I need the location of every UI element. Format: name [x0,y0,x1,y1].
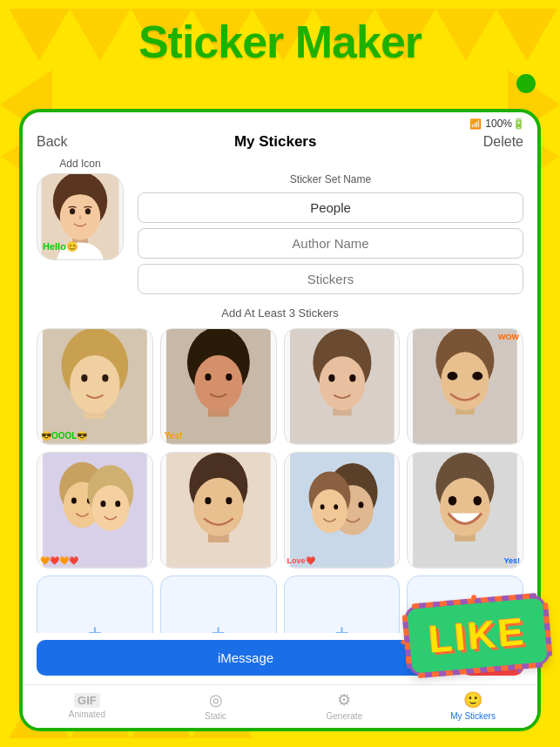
add-icon-label: Add Icon [59,158,100,170]
static-icon: ◎ [209,690,223,710]
sticker-1-text: 😎OOOL😎 [41,431,87,441]
tab-static-label: Static [205,711,226,721]
sticker-set-label: Sticker Set Name [138,173,523,185]
svg-point-28 [102,374,108,381]
tab-mystickers-label: My Stickers [450,711,496,721]
svg-point-54 [100,501,105,507]
sticker-cell-3[interactable] [284,328,401,445]
add-sticker-icon-10: + [211,621,225,633]
delete-button[interactable]: Delete [483,134,523,150]
svg-point-26 [70,355,119,414]
sticker-5-text: 🧡❤️🧡❤️ [40,556,78,565]
tab-static[interactable]: ◎ Static [152,690,280,721]
svg-point-61 [226,497,232,504]
sticker-cell-1[interactable]: 😎OOOL😎 [37,328,153,445]
sticker-cell-11[interactable]: + [284,575,401,634]
tab-generate-label: Generate [327,711,363,721]
generate-icon: ⚙ [337,690,351,710]
svg-point-68 [312,489,347,533]
svg-point-45 [448,372,458,380]
svg-point-66 [358,501,363,508]
author-name-input[interactable] [138,228,523,259]
content-area: Add Icon [23,158,537,633]
add-sticker-icon-11: + [334,621,348,633]
sticker-4-text: WOW [498,333,519,341]
svg-point-50 [71,497,77,503]
green-circle-decoration [516,74,536,93]
sticker-7-text: Love❤️ [287,556,315,565]
app-title: Sticker Maker [0,16,560,68]
svg-point-40 [349,374,355,381]
icon-preview[interactable]: Hello😊 [37,173,124,260]
like-decoration: LIKE [404,595,551,676]
tab-animated-label: Animated [69,710,105,719]
nav-bar: Back My Stickers Delete [23,131,537,158]
svg-point-27 [81,374,87,381]
svg-point-74 [440,477,489,535]
mystickers-icon: 🙂 [463,690,482,710]
svg-point-34 [226,374,232,380]
svg-point-75 [449,495,457,505]
svg-point-59 [193,477,243,535]
svg-point-21 [70,208,75,214]
sticker-cell-5[interactable]: 🧡❤️🧡❤️ [37,452,153,569]
status-bar: 📶 100% 🔋 [23,112,537,131]
sticker-cell-7[interactable]: Love❤️ [284,452,401,569]
sticker-name-input[interactable]: People [138,192,523,223]
svg-point-70 [334,504,338,509]
sticker-cell-8[interactable]: Yes! [407,452,523,569]
tab-bar: GIF Animated ◎ Static ⚙ Generate 🙂 My St… [23,684,537,728]
sticker-set-section: Sticker Set Name People [138,158,523,294]
stickers-grid-row1: 😎OOOL😎 Yes! [37,328,523,445]
svg-point-44 [442,352,489,410]
wifi-icon: 📶 [469,118,482,130]
sticker-8-text: Yes! [503,556,520,565]
like-text: LIKE [427,609,528,662]
imessage-button[interactable]: iMessage [37,640,455,676]
top-section: Add Icon [37,158,523,294]
add-icon-section: Add Icon [37,158,124,260]
nav-title: My Stickers [234,133,317,151]
stickers-grid-row2: 🧡❤️🧡❤️ [37,452,523,569]
svg-point-53 [91,485,129,531]
svg-point-76 [474,495,482,505]
sticker-cell-10[interactable]: + [160,575,277,634]
sticker-cell-4[interactable]: WOW [407,328,523,445]
icon-overlay-text: Hello😊 [43,241,78,252]
add-sticker-icon-9: + [88,621,102,633]
gif-icon: GIF [74,693,100,708]
svg-point-69 [320,504,324,509]
svg-point-33 [205,374,211,380]
tab-mystickers[interactable]: 🙂 My Stickers [408,690,537,721]
svg-point-60 [205,497,211,504]
sticker-2-text: Yes! [165,431,183,441]
svg-point-39 [328,374,334,381]
back-button[interactable]: Back [37,134,68,150]
grid-label: Add At Least 3 Stickers [37,306,523,320]
svg-point-32 [194,355,242,412]
battery-icon: 🔋 [512,118,525,130]
sticker-cell-6[interactable] [160,452,277,569]
sticker-cell-2[interactable]: Yes! [160,328,277,445]
svg-point-55 [115,501,120,507]
tab-generate[interactable]: ⚙ Generate [280,690,409,721]
stickers-input[interactable] [138,264,523,294]
tab-animated[interactable]: GIF Animated [23,693,152,719]
svg-point-22 [85,208,91,214]
sticker-cell-9[interactable]: + [37,575,153,634]
svg-point-38 [319,356,365,410]
battery-text: 100% [485,118,512,130]
svg-point-46 [473,372,483,380]
